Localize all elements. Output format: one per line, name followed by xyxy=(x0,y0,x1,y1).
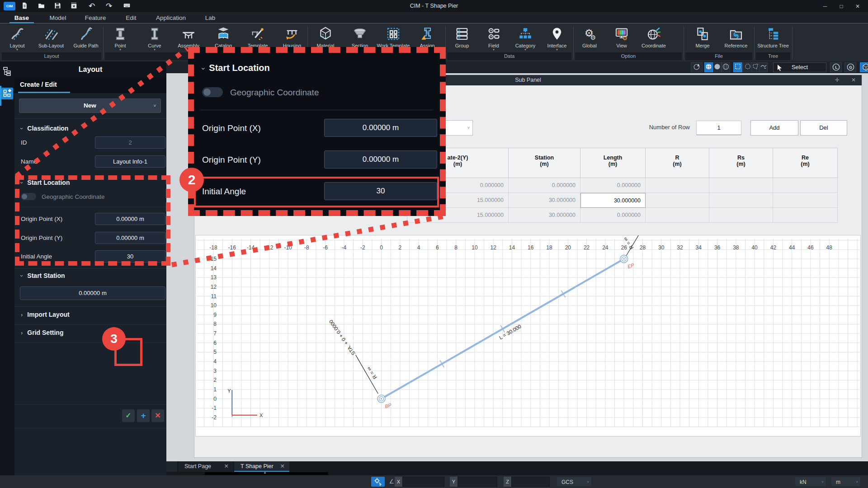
force-unit-dropdown[interactable]: kN˅ xyxy=(795,477,826,487)
ribbon-item-view[interactable]: ⚙ View xyxy=(604,26,639,48)
menu-tab-application[interactable]: Application xyxy=(151,14,191,23)
popup-origin-y-field[interactable]: 0.00000 m xyxy=(324,150,437,169)
menu-tab-lab[interactable]: Lab xyxy=(190,14,231,23)
coordinate-system-dropdown[interactable]: GCS˅ xyxy=(557,477,592,487)
initial-angle-field[interactable]: 30 xyxy=(95,250,165,263)
close-icon[interactable]: ✕ xyxy=(852,2,863,10)
scroll-up-caret-icon[interactable]: ▲ xyxy=(263,470,267,474)
globe-filled-icon[interactable] xyxy=(704,62,713,72)
geographic-coordinate-toggle[interactable] xyxy=(21,193,36,200)
maximize-icon[interactable]: □ xyxy=(835,2,847,10)
section-start-location[interactable]: ›Start Location xyxy=(21,179,70,186)
table-cell[interactable] xyxy=(773,178,838,193)
table-cell[interactable]: 0.000000 xyxy=(580,208,646,223)
ribbon-item-assembly[interactable]: Assembly xyxy=(171,26,206,48)
minimize-icon[interactable]: ─ xyxy=(819,2,831,10)
redo-icon[interactable]: ↷ xyxy=(104,2,113,10)
popup-initial-angle-field[interactable]: 30 xyxy=(324,182,437,200)
popup-geographic-coordinate-toggle[interactable] xyxy=(202,87,223,97)
ribbon-item-merge[interactable]: Merge xyxy=(685,26,720,48)
sphere-icon[interactable] xyxy=(713,62,722,72)
del-button[interactable]: Del xyxy=(800,120,847,136)
keyboard-icon[interactable] xyxy=(122,2,131,10)
table-cell[interactable] xyxy=(709,208,773,223)
layout-plot[interactable]: -18-16-14-12-10-8-6-4-202468101214161820… xyxy=(195,235,861,436)
document-tab-start-page[interactable]: Start Page✕ xyxy=(178,461,233,472)
number-of-row-input[interactable]: 1 xyxy=(696,121,741,135)
lasso-icon[interactable] xyxy=(759,62,768,72)
open-folder-icon[interactable] xyxy=(37,2,46,10)
model-tree-icon[interactable] xyxy=(2,66,13,77)
menu-tab-feature[interactable]: Feature xyxy=(75,14,116,23)
table-cell[interactable] xyxy=(709,178,773,193)
global-axis-icon[interactable]: G xyxy=(844,62,856,72)
close-window-icon[interactable] xyxy=(69,2,78,10)
table-cell[interactable] xyxy=(773,208,838,223)
table-cell[interactable]: 30.000000 xyxy=(509,193,580,208)
table-cell[interactable] xyxy=(646,208,709,223)
ribbon-item-catalog[interactable]: Catalog xyxy=(206,26,241,48)
ribbon-item-field[interactable]: Field ▾ xyxy=(476,26,511,51)
ribbon-item-curve[interactable]: Curve ▾ xyxy=(137,26,172,51)
undo-icon[interactable]: ↶ xyxy=(87,2,96,10)
ribbon-item-housing[interactable]: Housing xyxy=(275,26,309,48)
snap-point-icon[interactable] xyxy=(371,477,385,487)
ribbon-item-material[interactable]: Material xyxy=(308,26,343,48)
pin-icon[interactable]: ✛ xyxy=(833,76,842,84)
layout-modules-icon[interactable] xyxy=(1,88,13,99)
select-mode-button[interactable]: Select xyxy=(773,62,826,72)
table-cell[interactable]: 30.000000 xyxy=(580,193,646,208)
add-button[interactable]: Add xyxy=(750,120,798,136)
ribbon-item-interface[interactable]: Interface ▾ xyxy=(540,26,574,51)
close-icon[interactable]: ✕ xyxy=(849,76,858,84)
origin-x-field[interactable]: 0.00000 m xyxy=(95,213,165,225)
table-cell[interactable]: 0.000000 xyxy=(580,178,646,193)
document-tab-t-shape-pier[interactable]: T Shape Pier✕ xyxy=(234,461,289,472)
globe-a-icon[interactable]: A xyxy=(691,62,703,72)
section-classification[interactable]: ›Classification xyxy=(21,125,68,132)
table-cell[interactable] xyxy=(709,193,773,208)
table-cell[interactable] xyxy=(646,193,709,208)
save-icon[interactable] xyxy=(53,2,62,10)
table-cell[interactable] xyxy=(646,178,709,193)
horizontal-scrollbar[interactable]: ▲ xyxy=(166,472,868,475)
ribbon-item-structure-tree[interactable]: Structure Tree xyxy=(756,26,790,48)
popup-start-location-header[interactable]: ›Start Location xyxy=(202,63,270,73)
ribbon-item-assign[interactable]: Assign xyxy=(410,26,444,48)
ribbon-item-coordinate[interactable]: Coordinate xyxy=(637,26,671,48)
table-cell[interactable]: 30.000000 xyxy=(509,208,580,223)
table-cell[interactable] xyxy=(773,193,838,208)
section-start-station[interactable]: ›Start Station xyxy=(21,272,65,279)
tab-create-edit[interactable]: Create / Edit xyxy=(14,78,166,93)
start-station-field[interactable]: 0.00000 m xyxy=(20,286,165,300)
table-cell[interactable]: 0.000000 xyxy=(509,178,580,193)
z-coordinate-input[interactable] xyxy=(511,477,550,487)
ribbon-item-guide-path[interactable]: Guide Path xyxy=(69,26,103,48)
close-icon[interactable]: ✕ xyxy=(224,461,229,472)
ribbon-item-global[interactable]: ⚙⚙ Global xyxy=(572,26,607,48)
ribbon-item-group[interactable]: Group xyxy=(445,26,479,48)
length-unit-dropdown[interactable]: m˅ xyxy=(831,477,861,487)
section-import-layout[interactable]: ›Import Layout xyxy=(21,311,70,318)
new-document-icon[interactable] xyxy=(20,2,29,10)
new-dropdown[interactable]: New ˅ xyxy=(19,99,161,113)
local-axis-icon[interactable]: L xyxy=(830,62,842,72)
ribbon-item-category[interactable]: Category ▾ xyxy=(508,26,542,51)
menu-tab-base[interactable]: Base xyxy=(1,14,42,23)
tab-edge-fragment[interactable] xyxy=(166,461,177,472)
marquee-circle-icon[interactable] xyxy=(743,62,752,72)
menu-tab-edit[interactable]: Edit xyxy=(111,14,151,23)
x-coordinate-input[interactable] xyxy=(402,477,444,487)
close-icon[interactable]: ✕ xyxy=(280,461,285,472)
ribbon-item-template[interactable]: Template xyxy=(241,26,275,48)
ribbon-item-point[interactable]: Point ▾ xyxy=(103,26,137,51)
marquee-rect-icon[interactable] xyxy=(733,62,742,72)
ribbon-item-work-template[interactable]: Work Template xyxy=(376,26,410,48)
menu-tab-model[interactable]: Model xyxy=(38,14,78,23)
ribbon-item-reference[interactable]: Reference xyxy=(719,26,753,48)
view-cube-icon[interactable] xyxy=(860,62,868,72)
section-grid-setting[interactable]: ›Grid Setting xyxy=(21,329,63,336)
ribbon-item-section[interactable]: Section xyxy=(343,26,377,48)
y-coordinate-input[interactable] xyxy=(458,477,497,487)
origin-y-field[interactable]: 0.00000 m xyxy=(95,232,165,244)
